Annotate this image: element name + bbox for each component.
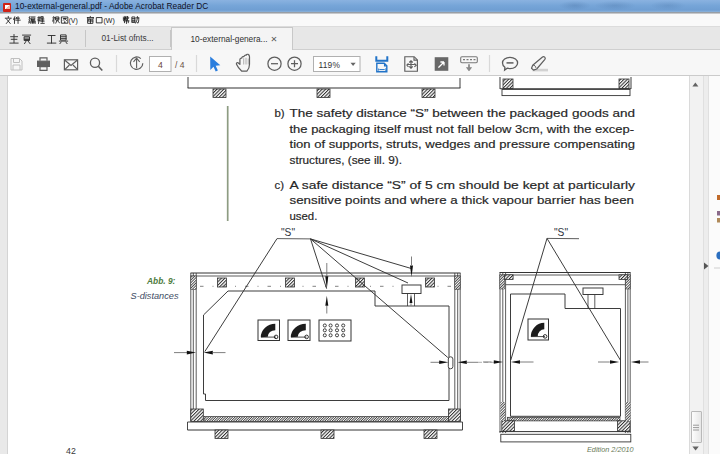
svg-text:A safe distance “S” of 5 cm sh: A safe distance “S” of 5 cm should be ke… xyxy=(290,179,636,191)
svg-text:The safety distance “S” betwee: The safety distance “S” between the pack… xyxy=(290,107,636,119)
svg-text:used.: used. xyxy=(290,210,318,222)
svg-text:c): c) xyxy=(275,179,285,191)
svg-text:b): b) xyxy=(275,107,285,119)
svg-text:Edition 2/2010: Edition 2/2010 xyxy=(587,445,634,454)
svg-text:119%: 119% xyxy=(319,60,341,70)
svg-text:"S": "S" xyxy=(554,227,568,238)
svg-text:"S": "S" xyxy=(281,227,295,238)
svg-text:structures, (see ill. 9).: structures, (see ill. 9). xyxy=(290,154,403,166)
svg-text:tion of supports, struts, wedg: tion of supports, struts, wedges and pre… xyxy=(290,138,636,150)
svg-text:S-distances: S-distances xyxy=(131,291,179,301)
svg-text:4: 4 xyxy=(158,60,163,70)
svg-text:the packaging itself must not: the packaging itself must not fall below… xyxy=(290,123,635,135)
svg-text:42: 42 xyxy=(66,446,76,454)
svg-text:(V): (V) xyxy=(69,17,78,25)
svg-text:(W): (W) xyxy=(104,17,115,25)
svg-text:Abb. 9:: Abb. 9: xyxy=(146,276,176,286)
svg-text:sensitive points and where a t: sensitive points and where a thick vapou… xyxy=(290,194,635,206)
svg-text:/ 4: / 4 xyxy=(175,60,185,70)
